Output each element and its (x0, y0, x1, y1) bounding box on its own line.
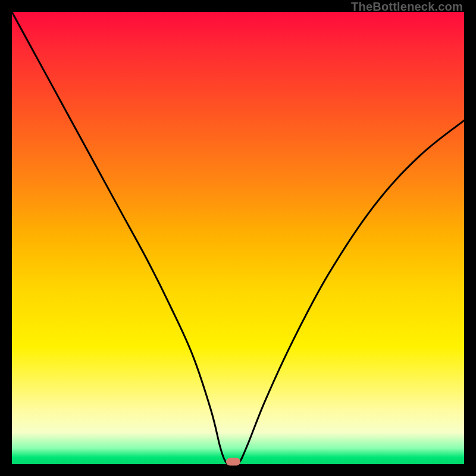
optimum-marker (226, 458, 240, 466)
plot-area (12, 12, 464, 464)
curve-svg (12, 12, 464, 464)
chart-frame: TheBottleneck.com (0, 0, 476, 476)
bottleneck-curve-path (12, 12, 464, 464)
